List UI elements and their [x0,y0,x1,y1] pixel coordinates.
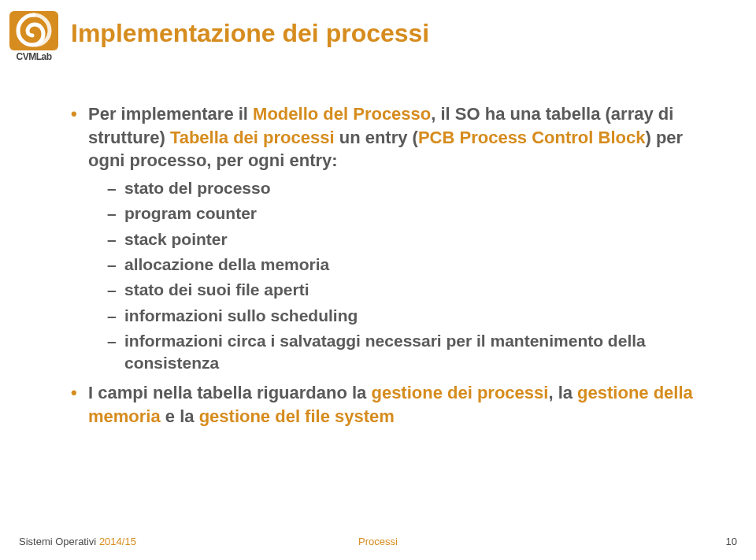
sub-list: stato del processoprogram counterstack p… [88,177,709,375]
footer-year: 2014/15 [99,536,136,547]
footer-page: 10 [726,536,737,547]
list-item: stato del processo [107,177,709,199]
text-span: e la [161,406,199,426]
text-span: I campi nella tabella riguardano la [88,383,371,402]
footer-course: Sistemi Operativi [19,536,99,547]
list-item: Per implementare il Modello del Processo… [71,102,709,375]
text-span: Per implementare il [88,104,253,124]
list-item: program counter [107,202,709,224]
logo-graphic [9,11,58,50]
text-span: , la [548,383,577,402]
swirl-icon [15,12,53,50]
list-item: informazioni circa i salvataggi necessar… [107,330,709,375]
list-item: stack pointer [107,228,709,250]
footer-left: Sistemi Operativi 2014/15 [19,536,136,547]
slide-content: Per implementare il Modello del Processo… [71,102,709,434]
footer: Sistemi Operativi 2014/15 Processi 10 [0,532,756,547]
text-span: Modello del Processo [253,104,431,124]
footer-center: Processi [358,536,398,547]
logo-label: CVMLab [9,51,58,62]
list-item: informazioni sullo scheduling [107,305,709,327]
text-span: gestione del file system [199,406,395,426]
text-span: PCB Process Control Block [418,128,646,147]
text-span: un entry ( [335,128,418,147]
bullet-list: Per implementare il Modello del Processo… [71,102,709,428]
list-item: allocazione della memoria [107,254,709,276]
logo: CVMLab [9,11,58,60]
slide-title: Implementazione dei processi [71,19,429,48]
text-span: gestione dei processi [371,383,548,402]
list-item: I campi nella tabella riguardano la gest… [71,381,709,428]
text-span: Tabella dei processi [170,128,335,147]
list-item: stato dei suoi file aperti [107,279,709,301]
